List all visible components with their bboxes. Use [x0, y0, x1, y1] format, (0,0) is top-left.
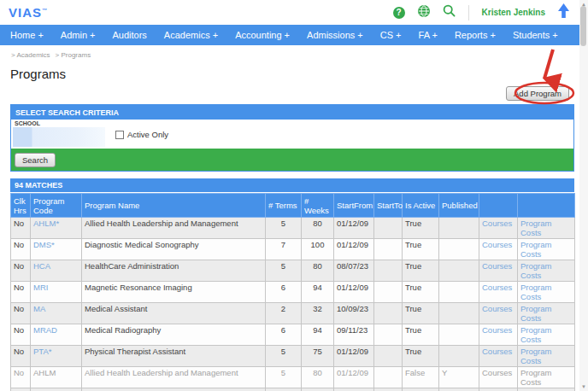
user-name[interactable]: Kristen Jenkins	[482, 8, 545, 17]
program-code-link[interactable]: DMS*	[33, 240, 55, 249]
start-from-cell: 08/07/23	[334, 260, 374, 282]
published-cell: Y	[439, 367, 479, 388]
weeks-cell: 32	[302, 303, 334, 324]
program-code-cell: MA	[31, 303, 82, 324]
program-costs-link[interactable]: Program Costs	[520, 261, 551, 280]
program-costs-link[interactable]: Program Costs	[520, 347, 551, 365]
program-code-link[interactable]: HCA	[33, 261, 50, 271]
main-nav: Home + Admin + Auditors Academics + Acco…	[0, 25, 579, 45]
table-row: YesBLENDED LEARNING PROGRAM36FalseCourse…	[11, 388, 575, 391]
col-terms: # Terms	[266, 194, 302, 218]
breadcrumb-academics[interactable]: > Academics	[11, 51, 50, 59]
program-costs-cell: Program Costs	[518, 218, 575, 239]
courses-link[interactable]: Courses	[482, 304, 512, 313]
program-code-link[interactable]: PTA*	[33, 347, 51, 356]
col-clk-hrs: Clk Hrs	[11, 194, 31, 218]
program-costs-cell: Program Costs	[518, 282, 575, 303]
is-active-cell: True	[403, 324, 439, 346]
page-title: Programs	[10, 67, 588, 81]
program-name-cell: Allied Health Leadership and Management	[82, 367, 266, 388]
is-active-cell: True	[403, 239, 439, 260]
terms-cell	[266, 388, 302, 391]
user-up-arrow-icon[interactable]	[558, 3, 569, 22]
program-costs-cell: Program Costs	[518, 239, 575, 260]
clk-hrs-cell: No	[11, 367, 31, 388]
page-scrollbar[interactable]: ▲ ▼	[579, 0, 588, 391]
program-code-link[interactable]: MRAD	[33, 325, 57, 335]
results-tbody: NoAHLM*Allied Health Leadership and Mana…	[11, 218, 575, 391]
courses-cell: Courses	[479, 218, 518, 239]
program-code-link[interactable]: MRI	[33, 283, 48, 292]
start-to-cell	[374, 282, 403, 303]
programs-table: Clk Hrs Program Code Program Name # Term…	[10, 193, 575, 391]
nav-item-admissions[interactable]: Admissions +	[298, 30, 372, 40]
program-costs-link[interactable]: Program Costs	[520, 283, 551, 301]
search-button[interactable]: Search	[15, 153, 56, 167]
program-costs-link[interactable]: Program Costs	[520, 325, 551, 344]
courses-cell: Courses	[479, 260, 518, 282]
search-icon[interactable]	[443, 4, 456, 20]
table-row: NoAHLM*Allied Health Leadership and Mana…	[11, 218, 575, 239]
program-costs-link[interactable]: Program Costs	[520, 219, 551, 237]
program-costs-cell: Program Costs	[518, 303, 575, 324]
start-to-cell	[374, 324, 403, 346]
program-costs-link[interactable]: Program Costs	[520, 304, 551, 323]
program-code-cell: HCA	[31, 260, 82, 282]
table-row: NoAHLMAllied Health Leadership and Manag…	[11, 367, 575, 388]
nav-item-auditors[interactable]: Auditors	[104, 30, 156, 40]
scrollbar-down-arrow[interactable]: ▼	[579, 383, 588, 390]
start-to-cell	[374, 239, 403, 260]
start-to-cell	[374, 260, 403, 282]
program-costs-link[interactable]: Program Costs	[520, 368, 551, 387]
nav-item-admin[interactable]: Admin +	[52, 30, 104, 40]
courses-link[interactable]: Courses	[482, 240, 512, 249]
top-header-bar: VIAS™ ? Kristen Jenkins	[0, 0, 579, 25]
help-icon[interactable]: ?	[393, 7, 405, 19]
courses-link[interactable]: Courses	[482, 261, 512, 271]
courses-link[interactable]: Courses	[482, 368, 512, 377]
program-costs-link[interactable]: Program Costs	[520, 240, 551, 259]
nav-item-students[interactable]: Students +	[504, 30, 567, 40]
courses-link[interactable]: Courses	[482, 219, 512, 228]
is-active-cell: True	[403, 282, 439, 303]
start-to-cell	[374, 346, 403, 367]
weeks-cell: 80	[302, 367, 334, 388]
program-code-cell: PTA*	[31, 346, 82, 367]
active-only-checkbox[interactable]	[115, 131, 124, 139]
program-code-link[interactable]: AHLM*	[33, 219, 59, 228]
nav-item-fa[interactable]: FA +	[410, 30, 446, 40]
add-program-button[interactable]: Add Program	[506, 86, 569, 101]
clk-hrs-cell: No	[11, 282, 31, 303]
courses-link[interactable]: Courses	[482, 283, 512, 292]
start-to-cell	[374, 388, 403, 391]
program-code-link[interactable]: MA	[33, 304, 45, 313]
school-value-redacted[interactable]	[13, 127, 105, 147]
is-active-cell: False	[403, 388, 439, 391]
program-name-cell: Medical Assistant	[82, 303, 266, 324]
clk-hrs-cell: No	[11, 218, 31, 239]
courses-link[interactable]: Courses	[482, 325, 512, 335]
col-is-active: Is Active	[403, 194, 439, 218]
nav-item-academics[interactable]: Academics +	[156, 30, 226, 40]
nav-item-reports[interactable]: Reports +	[446, 30, 504, 40]
table-row: NoMRIMagnetic Resonance Imaging69401/12/…	[11, 282, 575, 303]
clk-hrs-cell: No	[11, 324, 31, 346]
nav-item-cs[interactable]: CS +	[372, 30, 410, 40]
nav-item-home[interactable]: Home +	[2, 30, 52, 40]
weeks-cell: 100	[302, 239, 334, 260]
table-row: NoMRADMedical Radiography69409/11/23True…	[11, 324, 575, 346]
start-from-cell: 01/12/09	[334, 367, 374, 388]
published-cell	[439, 388, 479, 391]
courses-cell: Courses	[479, 346, 518, 367]
published-cell	[439, 218, 479, 239]
published-cell	[439, 346, 479, 367]
weeks-cell: 80	[302, 260, 334, 282]
col-costs	[518, 194, 575, 218]
courses-link[interactable]: Courses	[482, 347, 512, 356]
scrollbar-thumb[interactable]	[580, 6, 586, 46]
nav-item-accounting[interactable]: Accounting +	[226, 30, 298, 40]
breadcrumb-programs[interactable]: > Programs	[56, 51, 91, 59]
globe-icon[interactable]	[418, 5, 430, 20]
col-weeks: # Weeks	[302, 194, 334, 218]
published-cell	[439, 303, 479, 324]
